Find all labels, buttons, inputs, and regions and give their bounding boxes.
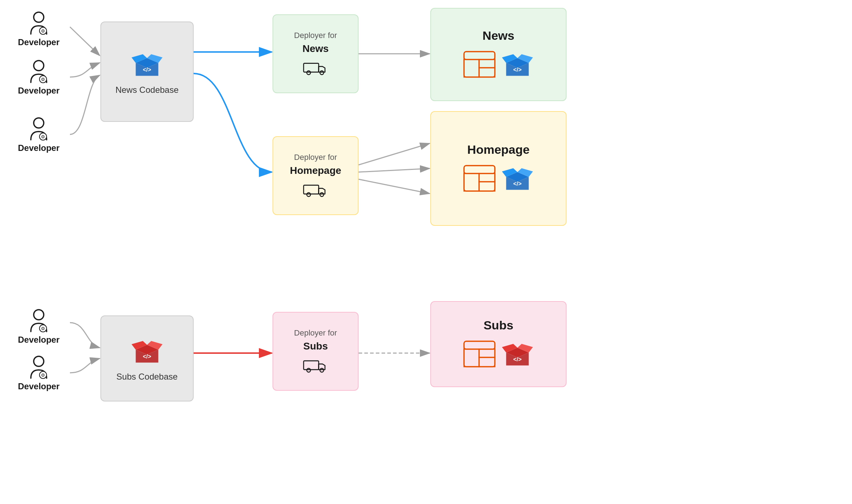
svg-text:⚙: ⚙ <box>41 326 45 331</box>
developer-icon-1: ⚙ <box>28 11 49 36</box>
deployer-homepage-name: Homepage <box>290 165 341 176</box>
developer-group-3: ⚙ Developer <box>18 117 60 153</box>
developer-group-1: ⚙ Developer <box>18 11 60 47</box>
news-codebase-icon: </> <box>131 48 163 81</box>
svg-rect-40 <box>464 173 479 191</box>
deployer-news-truck-icon <box>303 57 328 77</box>
news-codebase-box: </> News Codebase <box>100 22 194 122</box>
env-homepage-box: Homepage </> <box>430 111 567 226</box>
svg-point-10 <box>34 118 44 128</box>
env-homepage-icons: </> <box>463 162 534 195</box>
svg-point-52 <box>34 356 44 366</box>
developer-group-5: ⚙ Developer <box>18 355 60 391</box>
svg-text:⚙: ⚙ <box>41 28 45 34</box>
svg-text:⚙: ⚙ <box>41 134 45 139</box>
svg-rect-28 <box>464 52 495 60</box>
svg-rect-67 <box>464 349 479 367</box>
env-news-box: News </> <box>430 8 567 101</box>
svg-rect-61 <box>304 361 319 370</box>
developer-label-2: Developer <box>18 86 60 96</box>
svg-rect-68 <box>479 349 495 357</box>
svg-text:</>: </> <box>143 66 151 73</box>
svg-rect-69 <box>479 357 495 367</box>
deployer-homepage-for-text: Deployer for <box>294 153 337 162</box>
svg-rect-23 <box>304 185 319 194</box>
developer-icon-5: ⚙ <box>28 355 49 380</box>
svg-point-49 <box>34 310 44 320</box>
env-news-icons: </> <box>463 48 534 81</box>
svg-rect-66 <box>464 341 495 349</box>
env-news-title: News <box>483 29 515 43</box>
env-subs-box: Subs </> <box>430 301 567 387</box>
subs-codebase-label: Subs Codebase <box>117 372 178 382</box>
svg-text:⚙: ⚙ <box>41 77 45 82</box>
diagram-container: ⚙ Developer ⚙ Developer ⚙ Developer <box>0 0 852 504</box>
developer-icon-4: ⚙ <box>28 308 49 333</box>
deployer-news-box: Deployer for News <box>273 14 359 93</box>
svg-rect-30 <box>479 60 495 68</box>
deployer-news-name: News <box>302 43 328 54</box>
env-subs-layout-icon <box>463 341 496 367</box>
svg-point-64 <box>320 368 324 372</box>
svg-point-7 <box>34 61 44 71</box>
svg-text:</>: </> <box>513 356 521 362</box>
developer-icon-2: ⚙ <box>28 59 49 84</box>
env-news-layout-icon <box>463 51 496 78</box>
svg-point-26 <box>320 192 324 196</box>
developer-label-1: Developer <box>18 37 60 47</box>
env-news-box-icon: </> <box>501 48 534 81</box>
developer-label-3: Developer <box>18 143 60 153</box>
env-subs-icons: </> <box>463 338 534 370</box>
svg-text:</>: </> <box>513 180 521 186</box>
svg-point-22 <box>320 71 324 75</box>
developer-label-4: Developer <box>18 335 60 345</box>
subs-codebase-box: </> Subs Codebase <box>100 315 194 401</box>
svg-point-4 <box>34 12 44 22</box>
env-homepage-box-icon: </> <box>501 162 534 195</box>
svg-point-25 <box>307 192 311 196</box>
svg-point-63 <box>307 368 311 372</box>
svg-rect-42 <box>479 182 495 191</box>
deployer-subs-name: Subs <box>303 341 328 352</box>
svg-rect-41 <box>479 173 495 182</box>
env-homepage-title: Homepage <box>467 143 530 157</box>
svg-rect-29 <box>464 60 479 77</box>
developer-icon-3: ⚙ <box>28 117 49 142</box>
deployer-subs-box: Deployer for Subs <box>273 312 359 391</box>
deployer-news-for-text: Deployer for <box>294 31 337 40</box>
deployer-subs-truck-icon <box>303 355 328 375</box>
svg-text:⚙: ⚙ <box>41 372 45 378</box>
env-subs-box-icon: </> <box>501 338 534 370</box>
developer-group-2: ⚙ Developer <box>18 59 60 96</box>
subs-codebase-icon: </> <box>131 335 163 367</box>
svg-rect-31 <box>479 68 495 77</box>
env-subs-title: Subs <box>483 318 513 332</box>
news-codebase-label: News Codebase <box>115 85 179 95</box>
developer-label-5: Developer <box>18 381 60 391</box>
developer-group-4: ⚙ Developer <box>18 308 60 345</box>
svg-rect-39 <box>464 166 495 173</box>
deployer-subs-for-text: Deployer for <box>294 328 337 338</box>
env-homepage-layout-icon <box>463 165 496 192</box>
svg-text:</>: </> <box>143 353 151 360</box>
svg-point-21 <box>307 71 311 75</box>
svg-text:</>: </> <box>513 66 521 72</box>
deployer-homepage-box: Deployer for Homepage <box>273 136 359 215</box>
svg-rect-19 <box>304 63 319 72</box>
deployer-homepage-truck-icon <box>303 179 328 199</box>
